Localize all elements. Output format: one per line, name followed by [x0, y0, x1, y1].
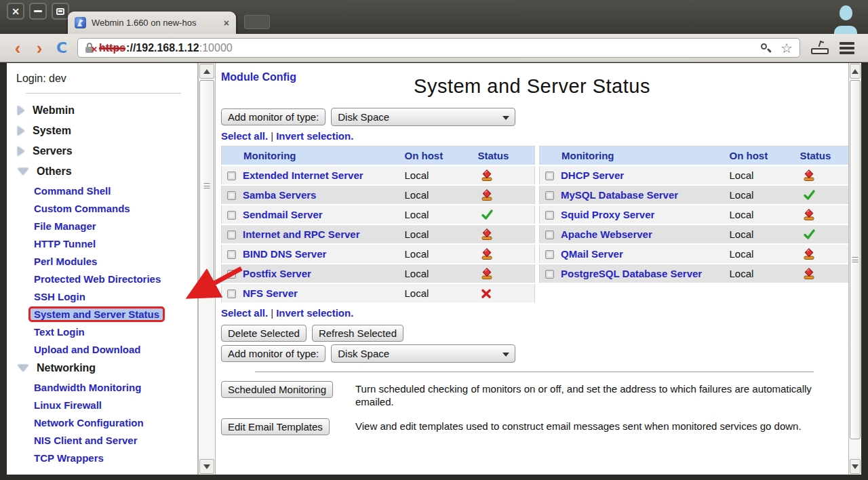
- main-scroll-down-icon[interactable]: [850, 459, 861, 474]
- broken-https-lock-icon[interactable]: ✕: [85, 43, 95, 53]
- sidebar-section-others[interactable]: Others: [7, 161, 197, 182]
- row-checkbox[interactable]: [227, 191, 236, 200]
- monitor-link[interactable]: Apache Webserver: [561, 228, 652, 240]
- main-scroll-thumb[interactable]: [850, 80, 861, 439]
- sidebar-item-linux-firewall[interactable]: Linux Firewall: [7, 396, 197, 414]
- row-checkbox[interactable]: [227, 172, 236, 180]
- row-checkbox[interactable]: [545, 191, 554, 200]
- scheduled-monitoring-button[interactable]: Scheduled Monitoring: [221, 381, 333, 398]
- sidebar-link-label[interactable]: SSH Login: [34, 291, 85, 302]
- browser-tab[interactable]: Webmin 1.660 on new-hos ×: [68, 12, 236, 34]
- module-config-link[interactable]: Module Config: [221, 71, 296, 83]
- collapse-triangle-icon[interactable]: [18, 168, 28, 175]
- sidebar-item-custom-commands[interactable]: Custom Commands: [7, 199, 197, 217]
- sidebar-link-label[interactable]: Custom Commands: [34, 203, 130, 214]
- monitor-link[interactable]: Samba Servers: [243, 189, 316, 201]
- row-checkbox[interactable]: [227, 211, 236, 220]
- sidebar-link-label[interactable]: Protected Web Directories: [34, 273, 161, 285]
- sidebar-item-nis-client-and-server[interactable]: NIS Client and Server: [7, 431, 197, 449]
- sidebar-item-upload-and-download[interactable]: Upload and Download: [7, 340, 197, 358]
- profile-avatar-icon[interactable]: [834, 5, 857, 34]
- tab-close-icon[interactable]: ×: [224, 18, 229, 28]
- row-checkbox[interactable]: [545, 172, 554, 180]
- sidebar-link-label[interactable]: File Manager: [34, 220, 96, 232]
- sidebar-link-label[interactable]: Upload and Download: [34, 344, 141, 355]
- sidebar-section-system[interactable]: System: [7, 121, 197, 141]
- row-checkbox[interactable]: [227, 231, 236, 239]
- monitor-link[interactable]: DHCP Server: [561, 169, 624, 181]
- sidebar-scroll-down-icon[interactable]: [199, 459, 214, 474]
- sidebar-item-file-manager[interactable]: File Manager: [7, 217, 197, 235]
- sidebar-item-network-configuration[interactable]: Network Configuration: [7, 414, 197, 431]
- add-monitor-button-bottom[interactable]: Add monitor of type:: [221, 345, 326, 362]
- sidebar-item-bandwidth-monitoring[interactable]: Bandwidth Monitoring: [7, 378, 197, 396]
- sidebar-link-label[interactable]: Perl Modules: [34, 256, 97, 267]
- sidebar-item-protected-web-directories[interactable]: Protected Web Directories: [7, 270, 197, 287]
- sidebar-item-text-login[interactable]: Text Login: [7, 323, 197, 340]
- select-all-link[interactable]: Select all.: [221, 130, 268, 142]
- row-checkbox[interactable]: [227, 270, 236, 279]
- sidebar-link-label[interactable]: Network Configuration: [34, 417, 144, 428]
- sidebar-section-servers[interactable]: Servers: [7, 141, 197, 161]
- monitor-link[interactable]: Sendmail Server: [243, 209, 323, 220]
- sidebar-scroll-thumb[interactable]: [199, 80, 214, 292]
- sidebar-scroll-up-icon[interactable]: [199, 64, 214, 79]
- main-scrollbar[interactable]: [848, 63, 861, 475]
- monitor-link[interactable]: PostgreSQL Database Server: [561, 268, 702, 279]
- sidebar-link-label[interactable]: Linux Firewall: [34, 399, 102, 411]
- row-checkbox[interactable]: [545, 250, 554, 259]
- bookmark-star-icon[interactable]: ☆: [781, 41, 793, 55]
- add-monitor-button-top[interactable]: Add monitor of type:: [221, 108, 326, 125]
- download-icon[interactable]: [811, 42, 829, 54]
- new-tab-button[interactable]: [244, 15, 270, 29]
- sidebar-item-perl-modules[interactable]: Perl Modules: [7, 252, 197, 270]
- sidebar-section-webmin[interactable]: Webmin: [7, 100, 197, 121]
- sidebar-item-http-tunnel[interactable]: HTTP Tunnel: [7, 235, 197, 252]
- window-maximize-button[interactable]: [52, 3, 69, 20]
- monitor-link[interactable]: MySQL Database Server: [561, 189, 678, 201]
- main-scroll-up-icon[interactable]: [850, 64, 861, 79]
- sidebar-link-label[interactable]: TCP Wrappers: [34, 452, 104, 464]
- row-checkbox[interactable]: [227, 250, 236, 259]
- sidebar-item-ssh-login[interactable]: SSH Login: [7, 287, 197, 305]
- invert-selection-link[interactable]: Invert selection.: [276, 130, 353, 142]
- window-minimize-button[interactable]: [29, 3, 47, 20]
- row-checkbox[interactable]: [545, 231, 554, 239]
- monitor-link[interactable]: NFS Server: [243, 287, 298, 299]
- row-checkbox[interactable]: [227, 289, 236, 298]
- expand-triangle-icon[interactable]: [18, 126, 24, 136]
- monitor-link[interactable]: QMail Server: [561, 248, 623, 260]
- monitor-type-select-bottom[interactable]: Disk Space: [331, 344, 515, 363]
- forward-button[interactable]: ›: [28, 39, 50, 57]
- select-all-link[interactable]: Select all.: [221, 307, 268, 319]
- monitor-link[interactable]: Extended Internet Server: [243, 169, 363, 181]
- sidebar-link-label[interactable]: Bandwidth Monitoring: [34, 382, 141, 393]
- sidebar-link-label[interactable]: Text Login: [34, 326, 85, 338]
- sidebar-link-label[interactable]: Command Shell: [34, 185, 111, 197]
- window-close-button[interactable]: ✕: [7, 3, 24, 20]
- sidebar-link-label[interactable]: System and Server Status: [28, 306, 165, 322]
- delete-selected-button[interactable]: Delete Selected: [221, 325, 307, 342]
- edit-email-templates-button[interactable]: Edit Email Templates: [221, 418, 330, 435]
- row-checkbox[interactable]: [545, 211, 554, 220]
- monitor-link[interactable]: Internet and RPC Server: [243, 228, 360, 240]
- monitor-link[interactable]: BIND DNS Server: [243, 248, 326, 260]
- expand-triangle-icon[interactable]: [18, 146, 24, 156]
- sidebar-item-system-and-server-status[interactable]: System and Server Status: [7, 305, 197, 323]
- collapse-triangle-icon[interactable]: [18, 365, 28, 372]
- sidebar-link-label[interactable]: NIS Client and Server: [34, 435, 138, 446]
- sidebar-item-command-shell[interactable]: Command Shell: [7, 182, 197, 199]
- refresh-selected-button[interactable]: Refresh Selected: [312, 325, 403, 342]
- monitor-type-select-top[interactable]: Disk Space: [331, 108, 515, 126]
- invert-selection-link[interactable]: Invert selection.: [276, 307, 353, 319]
- url-bar[interactable]: ✕ https://192.168.1.12:10000 ☆: [77, 38, 800, 58]
- search-icon[interactable]: [760, 43, 771, 54]
- sidebar-item-tcp-wrappers[interactable]: TCP Wrappers: [7, 449, 197, 466]
- monitor-link[interactable]: Squid Proxy Server: [561, 209, 654, 220]
- sidebar-section-networking[interactable]: Networking: [7, 358, 197, 378]
- back-button[interactable]: ‹: [7, 39, 28, 57]
- monitor-link[interactable]: Postfix Server: [243, 268, 311, 279]
- expand-triangle-icon[interactable]: [18, 106, 24, 115]
- sidebar-scrollbar[interactable]: [198, 63, 216, 475]
- browser-menu-icon[interactable]: [840, 42, 854, 54]
